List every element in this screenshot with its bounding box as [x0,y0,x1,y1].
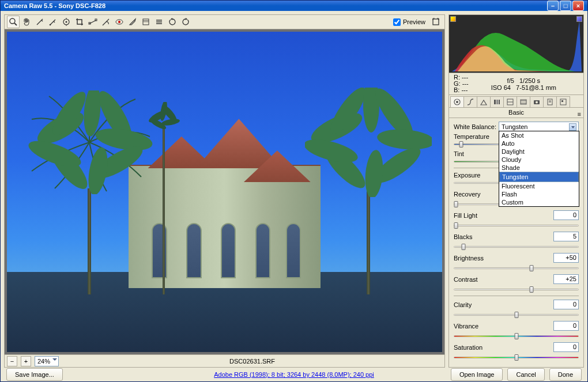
filename-label: DSC02631.SRF [62,358,442,365]
save-image-button[interactable]: Save Image... [6,368,63,381]
wb-opt-fluorescent[interactable]: Fluorescent [499,182,579,190]
clarity-slider[interactable] [454,311,579,319]
saturation-label: Saturation [454,344,499,351]
tab-snapshots[interactable] [556,96,570,107]
close-button[interactable]: × [572,1,584,11]
preview-checkbox[interactable]: Preview [393,18,425,26]
rotate-cw-tool[interactable] [179,16,192,28]
vibrance-label: Vibrance [454,323,499,330]
minimize-button[interactable]: – [547,1,559,11]
color-sampler-tool[interactable] [47,16,59,28]
svg-line-1 [14,23,17,25]
tab-basic[interactable] [450,96,464,107]
wb-label: White Balance: [454,123,499,130]
svg-rect-45 [494,100,496,104]
vibrance-input[interactable]: 0 [553,321,579,331]
titlebar: Camera Raw 5.5 - Sony DSC-F828 – □ × [1,1,587,11]
wb-opt-flash[interactable]: Flash [499,190,579,198]
svg-rect-18 [433,19,439,25]
contrast-label: Contrast [454,276,499,283]
fill-label: Fill Light [454,212,499,219]
metadata-box: R: --- G: --- B: --- f/5 1/250 s ISO 64 … [448,73,584,95]
svg-rect-59 [561,100,563,102]
graduated-filter-tool[interactable] [140,16,152,28]
tab-hsl[interactable] [490,96,504,107]
wb-opt-as-shot[interactable]: As Shot [499,131,579,139]
preview-area[interactable] [4,29,445,355]
blacks-slider[interactable] [454,243,579,251]
tab-presets[interactable] [543,96,557,107]
footer: Save Image... Adobe RGB (1998); 8 bit; 3… [1,368,587,381]
svg-rect-47 [499,100,500,104]
targeted-adjustment-tool[interactable] [60,16,73,28]
tab-split-toning[interactable] [503,96,517,107]
blacks-label: Blacks [454,233,499,240]
preferences-tool[interactable] [153,16,165,28]
crop-tool[interactable] [73,16,86,28]
straighten-tool[interactable] [86,16,99,28]
contrast-slider[interactable] [454,285,579,293]
preview-image [7,32,442,352]
status-bar: − + 24% DSC02631.SRF [4,355,445,368]
saturation-slider[interactable] [454,353,579,361]
wb-opt-tungsten[interactable]: Tungsten [499,172,579,182]
wb-opt-shade[interactable]: Shade [499,164,579,172]
meta-iso: ISO 64 [491,84,511,91]
panel-header: Basic ≡ [448,108,584,118]
svg-point-54 [536,101,538,104]
wb-opt-auto[interactable]: Auto [499,139,579,147]
svg-point-11 [118,21,120,23]
svg-point-2 [50,24,51,26]
svg-point-4 [66,21,67,23]
fullscreen-button[interactable] [429,16,442,28]
svg-rect-46 [496,100,498,104]
saturation-input[interactable]: 0 [553,342,579,352]
fill-slider[interactable] [454,221,579,229]
svg-point-39 [363,149,385,197]
panel-tabs [448,95,584,108]
basic-panel: White Balance: Tungsten As Shot Auto Day… [448,118,584,368]
wb-opt-daylight[interactable]: Daylight [499,147,579,156]
clarity-input[interactable]: 0 [553,300,579,309]
temp-label: Temperature [454,133,499,140]
wb-dropdown[interactable]: As Shot Auto Daylight Cloudy Shade Tungs… [499,131,579,207]
workflow-link[interactable]: Adobe RGB (1998); 8 bit; 3264 by 2448 (8… [214,371,374,378]
tab-lens-corrections[interactable] [517,96,530,107]
open-image-button[interactable]: Open Image [451,368,503,381]
done-button[interactable]: Done [549,368,582,381]
spot-removal-tool[interactable] [100,16,112,28]
tab-tone-curve[interactable] [463,96,477,107]
blacks-input[interactable]: 5 [553,232,579,241]
bright-slider[interactable] [454,264,579,272]
highlight-clip-warning[interactable] [576,16,582,22]
svg-point-37 [376,127,431,152]
vibrance-slider[interactable] [454,332,579,340]
bright-label: Brightness [454,255,499,262]
recovery-label: Recovery [454,191,499,198]
tab-camera-calibration[interactable] [530,96,544,107]
cancel-button[interactable]: Cancel [507,368,544,381]
contrast-input[interactable]: +25 [553,274,579,284]
zoom-out-button[interactable]: − [7,356,17,366]
zoom-select[interactable]: 24% [35,356,59,366]
tab-detail[interactable] [477,96,491,107]
zoom-tool[interactable] [7,16,20,28]
red-eye-tool[interactable] [113,16,126,28]
svg-point-0 [10,18,15,24]
hand-tool[interactable] [20,16,33,28]
white-balance-tool[interactable] [33,16,46,28]
fill-input[interactable]: 0 [553,210,579,220]
wb-opt-custom[interactable]: Custom [499,198,579,206]
bright-input[interactable]: +50 [553,253,579,263]
wb-opt-cloudy[interactable]: Cloudy [499,156,579,164]
exposure-label: Exposure [454,172,499,179]
tint-label: Tint [454,150,499,157]
maximize-button[interactable]: □ [560,1,571,11]
rotate-ccw-tool[interactable] [166,16,179,28]
clarity-label: Clarity [454,301,499,308]
meta-lens: 7-51@8.1 mm [516,84,556,91]
shadow-clip-warning[interactable] [450,16,456,22]
camera-raw-window: Camera Raw 5.5 - Sony DSC-F828 – □ × [0,0,588,382]
zoom-in-button[interactable]: + [21,356,31,366]
adjustment-brush-tool[interactable] [126,16,139,28]
